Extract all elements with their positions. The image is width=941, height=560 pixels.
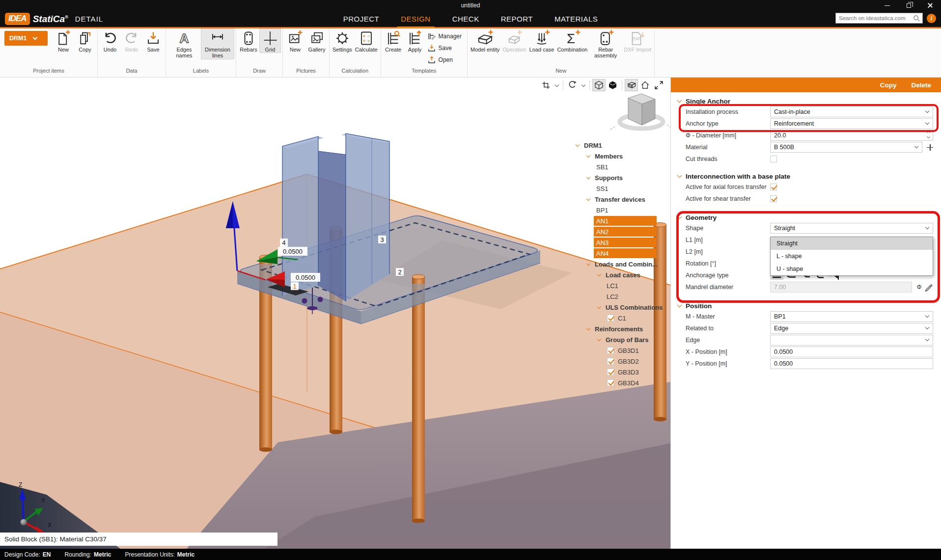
gallery-button[interactable]: Gallery xyxy=(306,28,328,53)
close-button[interactable] xyxy=(919,0,941,11)
tree-item-an4[interactable]: AN4 xyxy=(565,248,670,259)
new-load-case-button[interactable]: Load case xyxy=(528,28,556,53)
copy-project-item-button[interactable]: Copy xyxy=(74,28,96,53)
master-select[interactable]: BP1 xyxy=(770,311,933,322)
template-apply-button[interactable]: Apply xyxy=(404,28,426,53)
cut-threads-checkbox[interactable] xyxy=(770,156,777,162)
tree-item-lc2[interactable]: LC2 xyxy=(565,291,670,302)
anchor-type-select[interactable]: Reinforcement xyxy=(770,118,933,129)
shape-option-l-shape[interactable]: L - shape xyxy=(771,250,933,263)
diameter-input[interactable]: 20.0 xyxy=(770,130,933,141)
tree-item-uls-combinations[interactable]: ULS Combinations xyxy=(565,302,670,313)
section-geometry[interactable]: Geometry xyxy=(671,213,941,222)
fit-view-button[interactable] xyxy=(652,79,665,91)
tree-item-c1[interactable]: C1 xyxy=(565,313,670,323)
section-interconnection[interactable]: Interconnection with a base plate xyxy=(671,171,941,181)
edge-select[interactable] xyxy=(770,335,933,346)
settings-button[interactable]: Settings xyxy=(331,28,354,53)
tree-item-group-of-bars[interactable]: Group of Bars xyxy=(565,334,670,345)
add-material-button[interactable] xyxy=(927,144,933,151)
tree-item-gb3d1[interactable]: GB3D1 xyxy=(565,345,670,356)
search-input[interactable] xyxy=(839,15,913,21)
tree-item-members[interactable]: Members xyxy=(565,151,670,161)
save-button[interactable]: Save xyxy=(142,28,164,53)
tab-project[interactable]: PROJECT xyxy=(343,11,380,27)
material-select[interactable]: B 500B xyxy=(770,142,922,153)
shape-option-straight[interactable]: Straight xyxy=(771,237,933,250)
shear-transfer-checkbox[interactable] xyxy=(770,195,777,202)
chevron-down-icon xyxy=(581,82,585,86)
clipping-tool-dropdown[interactable] xyxy=(553,79,560,91)
clipping-tool-button[interactable] xyxy=(539,79,553,91)
new-project-item-button[interactable]: New xyxy=(53,28,74,53)
copy-anchor-button[interactable]: Copy xyxy=(880,81,897,89)
tab-report[interactable]: REPORT xyxy=(501,11,533,27)
project-item-selector[interactable]: DRM1 xyxy=(4,31,48,46)
rotate-view-button[interactable] xyxy=(566,79,579,91)
maximize-button[interactable] xyxy=(898,0,919,11)
tree-item-load-cases[interactable]: Load cases xyxy=(565,269,670,280)
chevron-down-icon xyxy=(586,261,590,265)
x-position-input[interactable]: 0.0500 xyxy=(770,347,933,357)
status-presentation-units: Presentation Units:Metric xyxy=(125,551,194,558)
tree-item-drm1[interactable]: DRM1 xyxy=(565,140,670,151)
chevron-down-icon xyxy=(586,326,590,330)
tab-materials[interactable]: MATERIALS xyxy=(554,11,598,27)
tree-item-reinforcements[interactable]: Reinforcements xyxy=(565,323,670,334)
template-create-button[interactable]: Create xyxy=(383,28,404,53)
tree-item-loads-and-combinations[interactable]: Loads and Combin... xyxy=(565,259,670,269)
search-box[interactable] xyxy=(835,13,923,24)
template-save-button[interactable]: Save xyxy=(426,42,466,54)
template-manager-button[interactable]: Manager xyxy=(426,30,466,42)
home-view-button[interactable] xyxy=(638,79,652,91)
tab-check[interactable]: CHECK xyxy=(452,11,479,27)
tree-item-supports[interactable]: Supports xyxy=(565,172,670,183)
tree-item-an3[interactable]: AN3 xyxy=(565,237,670,248)
spinner-stepper[interactable] xyxy=(927,132,930,138)
tree-item-gb3d4[interactable]: GB3D4 xyxy=(565,377,670,388)
new-picture-button[interactable]: New xyxy=(284,28,306,53)
transparent-view-button[interactable] xyxy=(625,79,638,91)
axial-transfer-checkbox[interactable] xyxy=(770,184,777,190)
edges-names-button[interactable]: A Edges names xyxy=(167,28,201,59)
related-to-select[interactable]: Edge xyxy=(770,323,933,334)
template-open-button[interactable]: Open xyxy=(426,54,466,66)
tree-item-an2[interactable]: AN2 xyxy=(565,226,670,237)
edit-pencil-icon[interactable] xyxy=(924,283,933,292)
solid-view-button[interactable] xyxy=(606,79,619,91)
section-position[interactable]: Position xyxy=(671,301,941,311)
tree-item-sb1[interactable]: SB1 xyxy=(565,161,670,172)
new-rebar-assembly-button[interactable]: Rebar assembly xyxy=(589,28,622,59)
tree-item-gb3d3[interactable]: GB3D3 xyxy=(565,367,670,377)
tree-item-an1[interactable]: AN1 xyxy=(565,215,670,226)
delete-anchor-button[interactable]: Delete xyxy=(911,81,931,89)
calculate-button[interactable]: + −× ÷ Calculate xyxy=(354,28,379,53)
tree-item-transfer-devices[interactable]: Transfer devices xyxy=(565,194,670,205)
minimize-icon xyxy=(885,5,890,6)
undo-button[interactable]: Undo xyxy=(99,28,121,53)
tree-item-gb3d2[interactable]: GB3D2 xyxy=(565,356,670,367)
minimize-button[interactable] xyxy=(876,0,898,11)
grid-button[interactable]: Grid xyxy=(259,28,281,53)
wireframe-view-button[interactable] xyxy=(592,79,606,91)
viewport-3d[interactable]: 4 0.0500 0.0500 1 3 2 xyxy=(0,78,670,549)
section-single-anchor[interactable]: Single Anchor xyxy=(671,96,941,106)
tree-item-lc1[interactable]: LC1 xyxy=(565,280,670,291)
anchor-an3[interactable] xyxy=(412,277,425,523)
y-position-input[interactable]: 0.0500 xyxy=(770,358,933,369)
shape-option-u-shape[interactable]: U - shape xyxy=(771,263,933,275)
info-button[interactable]: i xyxy=(927,14,936,23)
title-bar: untitled xyxy=(0,0,941,11)
rotate-icon xyxy=(568,80,577,90)
dimension-lines-button[interactable]: Dimension lines xyxy=(201,28,234,59)
installation-process-select[interactable]: Cast-in-place xyxy=(770,107,933,117)
new-combination-button[interactable]: Σ Combination xyxy=(555,28,589,53)
tab-design[interactable]: DESIGN xyxy=(401,11,431,27)
tree-item-ss1[interactable]: SS1 xyxy=(565,183,670,194)
rotate-view-dropdown[interactable] xyxy=(580,79,587,91)
shape-select[interactable]: Straight xyxy=(770,223,933,234)
tree-item-bp1[interactable]: BP1 xyxy=(565,205,670,215)
navigation-cube[interactable] xyxy=(609,94,670,131)
rebars-button[interactable]: Rebars xyxy=(238,28,259,53)
new-model-entity-button[interactable]: Model entity xyxy=(469,28,501,53)
